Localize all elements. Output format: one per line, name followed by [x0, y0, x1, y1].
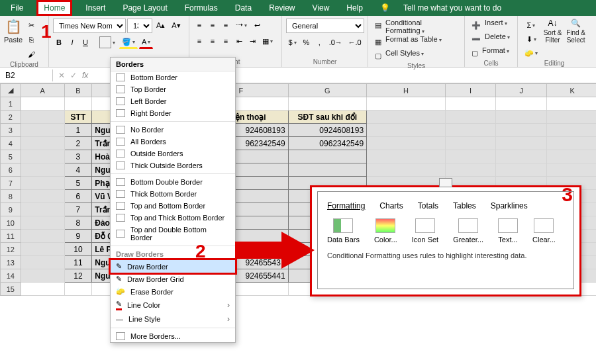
paste-button[interactable]: Paste	[4, 36, 23, 44]
orientation-icon[interactable]: ⭬	[233, 19, 250, 32]
border-option[interactable]: Right Border	[111, 107, 235, 119]
col-K[interactable]: K	[547, 84, 596, 97]
qa-text[interactable]: Text...	[498, 218, 518, 244]
indent-inc-icon[interactable]: ⇥	[246, 34, 258, 48]
font-size-select[interactable]: 13	[127, 19, 152, 33]
indent-dec-icon[interactable]: ⇤	[233, 34, 245, 48]
row-11[interactable]: 11	[1, 230, 21, 243]
find-select-icon[interactable]: 🔍	[571, 19, 581, 28]
cell[interactable]: 0924608193	[288, 124, 367, 137]
quick-analysis-icon[interactable]	[439, 178, 452, 187]
col-H[interactable]: H	[367, 84, 446, 97]
row-15[interactable]: 15	[1, 283, 21, 296]
table-row[interactable]: 5 3 Hoàng p sinh Marketing	[1, 150, 597, 163]
cell[interactable]: 3	[64, 150, 92, 163]
qa-tab-sparklines[interactable]: Sparklines	[491, 201, 528, 210]
border-option[interactable]: Thick Bottom Border	[111, 188, 235, 200]
qa-iconset[interactable]: Icon Set	[412, 218, 438, 244]
tell-me[interactable]: Tell me what you want to do	[399, 2, 505, 14]
cell[interactable]	[288, 163, 367, 177]
border-option[interactable]: All Borders	[111, 136, 235, 148]
col-A[interactable]: A	[21, 84, 64, 97]
align-right-icon[interactable]: ≡	[220, 34, 232, 48]
increase-font-icon[interactable]: A▴	[154, 19, 168, 32]
clear-icon[interactable]: 🧽	[522, 46, 540, 60]
border-option[interactable]: Top and Bottom Border	[111, 200, 235, 212]
cell[interactable]: 6	[64, 190, 92, 203]
format-as-table-button[interactable]: Format as Table	[385, 35, 442, 48]
fill-icon[interactable]: ⬇	[522, 32, 540, 46]
col-B[interactable]: B	[64, 84, 92, 97]
qa-databars[interactable]: Data Bars	[327, 218, 360, 244]
draw-border-grid-item[interactable]: ✎Draw Border Grid	[111, 273, 235, 285]
border-option[interactable]: Bottom Border	[111, 71, 235, 83]
row-6[interactable]: 6	[1, 163, 21, 177]
tab-home[interactable]: Home	[36, 0, 72, 16]
autosum-icon[interactable]: Σ	[522, 19, 540, 32]
format-table-icon[interactable]: ▦	[372, 35, 384, 48]
font-color-button[interactable]: A	[139, 36, 153, 49]
merge-center-icon[interactable]: ▦	[260, 34, 275, 48]
cell[interactable]: 1	[64, 124, 92, 137]
row-4[interactable]: 4	[1, 137, 21, 150]
row-12[interactable]: 12	[1, 243, 21, 256]
border-option[interactable]: Left Border	[111, 95, 235, 107]
font-name-select[interactable]: Times New Roman	[53, 19, 126, 33]
row-8[interactable]: 8	[1, 190, 21, 203]
column-headers[interactable]: ◢ A B C D E F G H I J K	[1, 84, 597, 97]
insert-cells-icon[interactable]: ➕	[469, 19, 483, 32]
fill-color-button[interactable]: 🪣	[119, 36, 138, 49]
col-I[interactable]: I	[445, 84, 496, 97]
inc-decimal-icon[interactable]: .0→	[326, 36, 344, 49]
qa-clear[interactable]: Clear...	[532, 218, 556, 244]
italic-button[interactable]: I	[66, 36, 78, 49]
qa-greater[interactable]: Greater...	[453, 218, 483, 244]
row-2[interactable]: 2	[1, 111, 21, 124]
qa-tab-tables[interactable]: Tables	[453, 201, 476, 210]
cut-icon[interactable]: ✂	[25, 19, 38, 32]
qa-color[interactable]: Color...	[374, 218, 397, 244]
bold-button[interactable]: B	[53, 36, 65, 49]
percent-icon[interactable]: %	[300, 36, 312, 49]
accounting-icon[interactable]: $	[286, 36, 299, 49]
conditional-formatting-button[interactable]: Conditional Formatting	[385, 19, 460, 34]
row-1[interactable]: 1	[1, 97, 21, 111]
name-box[interactable]: B2	[0, 69, 53, 81]
col-G[interactable]: G	[288, 84, 367, 97]
cell[interactable]: 8	[64, 216, 92, 230]
cell[interactable]: 7	[64, 203, 92, 216]
row-13[interactable]: 13	[1, 256, 21, 269]
border-option[interactable]: Top and Double Bottom Border	[111, 224, 235, 244]
underline-button[interactable]: U	[79, 36, 91, 49]
tab-review[interactable]: Review	[265, 2, 299, 14]
line-color-item[interactable]: ✎Line Color	[111, 298, 235, 312]
qa-tab-formatting[interactable]: Formatting	[327, 201, 365, 210]
draw-border-item[interactable]: ✎Draw Border	[111, 260, 235, 273]
table-row[interactable]: 3 1 Nguyễ viên Kinh Doanh 924608193 0924…	[1, 124, 597, 137]
find-select-button[interactable]: Find & Select	[565, 29, 587, 44]
cell[interactable]: 12	[64, 269, 92, 283]
row-7[interactable]: 7	[1, 177, 21, 190]
row-9[interactable]: 9	[1, 203, 21, 216]
border-option[interactable]: Top and Thick Bottom Border	[111, 212, 235, 224]
decrease-font-icon[interactable]: A▾	[169, 19, 183, 32]
border-option[interactable]: Thick Outside Borders	[111, 159, 235, 171]
insert-button[interactable]: Insert	[485, 19, 507, 32]
table-row[interactable]: 6 4 Nguyễ viên Kinh Doanh	[1, 163, 597, 177]
align-center-icon[interactable]: ≡	[207, 34, 219, 48]
tab-page-layout[interactable]: Page Layout	[119, 2, 171, 14]
delete-button[interactable]: Delete	[485, 32, 510, 46]
paste-icon[interactable]: 📋	[5, 19, 22, 34]
more-borders-item[interactable]: More Borders...	[111, 330, 235, 342]
line-style-item[interactable]: ―Line Style	[111, 312, 235, 326]
tab-insert[interactable]: Insert	[81, 2, 109, 14]
comma-icon[interactable]: ,	[313, 36, 325, 49]
tab-formulas[interactable]: Formulas	[181, 2, 222, 14]
border-option[interactable]: No Border	[111, 124, 235, 136]
format-button[interactable]: Format	[482, 46, 509, 60]
row-3[interactable]: 3	[1, 124, 21, 137]
align-bottom-icon[interactable]: ≡	[220, 19, 232, 32]
select-all[interactable]: ◢	[1, 84, 21, 97]
border-option[interactable]: Outside Borders	[111, 148, 235, 159]
cell[interactable]: 0962342549	[288, 137, 367, 150]
